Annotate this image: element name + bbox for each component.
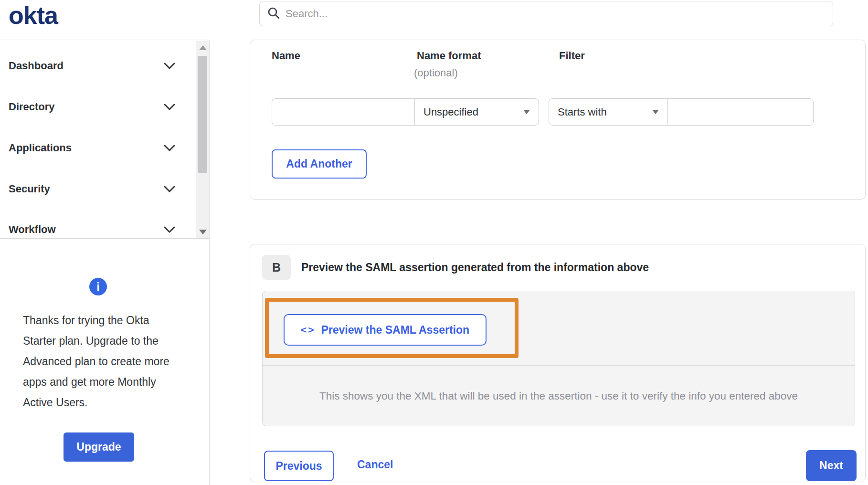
- chevron-down-icon: [163, 103, 176, 111]
- sidebar-item-security[interactable]: Security: [9, 178, 176, 200]
- dropdown-arrow-icon: [523, 110, 530, 114]
- sidebar-item-label: Applications: [9, 142, 72, 154]
- name-format-column-label: Name format: [417, 50, 481, 62]
- chevron-down-icon: [163, 62, 176, 70]
- next-button[interactable]: Next: [806, 450, 857, 481]
- info-icon: i: [89, 278, 107, 295]
- filter-type-select[interactable]: Starts with: [549, 98, 668, 126]
- attribute-form-card: Name Name format (optional) Filter Unspe…: [250, 40, 866, 200]
- code-brackets-icon: <>: [301, 324, 316, 336]
- preview-panel: <> Preview the SAML Assertion This shows…: [262, 291, 855, 426]
- filter-value-input[interactable]: [667, 98, 814, 126]
- preview-section-title: Preview the SAML assertion generated fro…: [301, 261, 649, 274]
- sidebar-item-dashboard[interactable]: Dashboard: [9, 54, 176, 77]
- search-icon: [267, 7, 280, 21]
- preview-hint-text: This shows you the XML that will be used…: [263, 366, 855, 427]
- sidebar-item-directory[interactable]: Directory: [9, 95, 176, 118]
- preview-saml-assertion-button[interactable]: <> Preview the SAML Assertion: [284, 314, 487, 346]
- okta-admin-page: okta Dashboard Directory Applications Se…: [0, 0, 868, 485]
- search-input[interactable]: [286, 8, 825, 20]
- filter-type-selected-value: Starts with: [558, 106, 607, 118]
- cancel-link[interactable]: Cancel: [357, 458, 393, 471]
- sidebar-item-label: Workflow: [9, 223, 56, 236]
- preview-assertion-card: B Preview the SAML assertion generated f…: [250, 244, 866, 482]
- name-format-select[interactable]: Unspecified: [414, 98, 539, 126]
- sidebar-divider: [209, 40, 210, 485]
- filter-column-label: Filter: [559, 50, 585, 62]
- plan-notice-text: Thanks for trying the Okta Starter plan.…: [23, 310, 182, 413]
- global-search[interactable]: [259, 1, 833, 26]
- name-format-selected-value: Unspecified: [423, 106, 478, 118]
- scroll-down-arrow-icon[interactable]: [199, 230, 207, 234]
- sidebar-item-label: Dashboard: [9, 60, 64, 72]
- previous-button[interactable]: Previous: [264, 451, 334, 481]
- upgrade-button[interactable]: Upgrade: [64, 432, 134, 462]
- sidebar-item-label: Directory: [9, 101, 55, 113]
- add-another-button[interactable]: Add Another: [272, 149, 367, 179]
- preview-button-label: Preview the SAML Assertion: [321, 324, 469, 337]
- name-column-label: Name: [272, 50, 300, 62]
- sidebar-item-workflow[interactable]: Workflow: [9, 218, 176, 241]
- scrollbar-thumb[interactable]: [198, 56, 207, 173]
- name-format-optional-label: (optional): [414, 67, 458, 79]
- chevron-down-icon: [163, 226, 176, 233]
- attribute-name-input[interactable]: [272, 98, 415, 126]
- dropdown-arrow-icon: [652, 110, 659, 114]
- scroll-up-arrow-icon[interactable]: [199, 45, 207, 50]
- chevron-down-icon: [163, 185, 176, 193]
- sidebar-item-applications[interactable]: Applications: [9, 137, 176, 159]
- step-b-badge: B: [262, 255, 291, 280]
- chevron-down-icon: [163, 144, 176, 152]
- sidebar-menu: Dashboard Directory Applications Securit…: [0, 40, 209, 239]
- okta-logo: okta: [9, 1, 58, 30]
- sidebar-scrollbar[interactable]: [196, 41, 209, 238]
- sidebar-item-label: Security: [9, 183, 50, 195]
